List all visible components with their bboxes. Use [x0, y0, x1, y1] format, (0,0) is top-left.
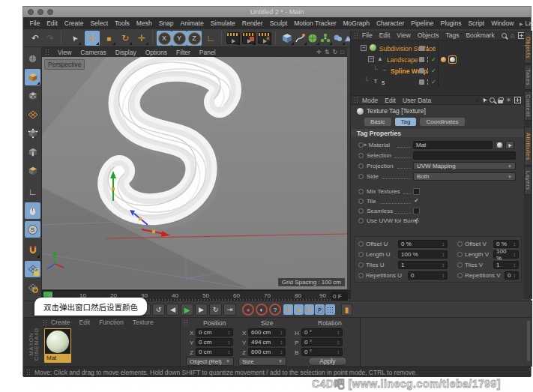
menu-mesh[interactable]: Mesh	[133, 19, 155, 27]
enabled-check-icon[interactable]: ✓	[431, 56, 436, 63]
anim-dot-icon[interactable]	[358, 241, 364, 247]
pos-y-field[interactable]: 0 cm↕	[196, 338, 233, 346]
enabled-check-icon[interactable]: ✓	[431, 45, 436, 52]
edges-mode-button[interactable]	[25, 144, 40, 160]
anim-dot-icon[interactable]	[358, 218, 364, 223]
menu-tools[interactable]: Tools	[112, 19, 133, 27]
redo-button[interactable]: ↷	[43, 31, 58, 46]
viewport-canvas[interactable]: Perspective Grid Spacing : 100 cm	[42, 57, 347, 289]
keyframe-selection-button[interactable]: ◐	[256, 304, 268, 316]
material-menu-edit[interactable]: Edit	[79, 319, 91, 326]
lock-z-axis-button[interactable]: Z	[187, 31, 202, 46]
move-tool-button[interactable]: ✛	[85, 31, 100, 46]
anim-dot-icon[interactable]	[358, 208, 364, 214]
material-menu-function[interactable]: Function	[99, 319, 124, 326]
viewport-menu-display[interactable]: Display	[111, 49, 141, 56]
current-frame-field[interactable]: 0 F	[331, 292, 348, 301]
tab-content[interactable]: Content	[524, 91, 532, 121]
anim-dot-icon[interactable]	[358, 262, 364, 268]
panel-grip-icon[interactable]	[354, 97, 359, 103]
panel-grip-icon[interactable]	[354, 32, 359, 39]
polygons-mode-button[interactable]	[25, 163, 40, 179]
play-button[interactable]: ▶	[181, 304, 193, 316]
panel-grip-icon[interactable]	[184, 319, 189, 326]
anim-dot-icon[interactable]	[358, 153, 364, 158]
keyframe-bar-button[interactable]: ▮	[341, 304, 352, 316]
points-mode-button[interactable]	[25, 125, 40, 142]
tab-layers[interactable]: Layers	[524, 166, 532, 195]
expand-icon[interactable]: ▸	[364, 142, 367, 148]
pan-view-icon[interactable]: ✛	[316, 49, 322, 55]
material-menu-texture[interactable]: Texture	[133, 319, 154, 326]
render-view-button[interactable]	[226, 31, 241, 46]
viewport-menu-filter[interactable]: Filter	[172, 49, 195, 56]
object-row-spline-wrap[interactable]: └ ~ Spline Wrap ✓	[351, 66, 524, 76]
coordinate-mode-select[interactable]: Object (Rel)▼	[186, 357, 234, 366]
menu-edit[interactable]: Edit	[43, 19, 61, 27]
visibility-toggles[interactable]	[427, 45, 429, 52]
layer-swatch[interactable]	[419, 79, 424, 85]
tab-attributes[interactable]: Attributes	[524, 127, 532, 166]
anim-dot-icon[interactable]	[457, 252, 463, 257]
collapse-icon[interactable]: −	[361, 45, 367, 51]
rot-h-field[interactable]: 0 °↕	[301, 328, 343, 337]
tab-basic[interactable]: Basic	[364, 118, 391, 126]
om-menu-file[interactable]: File	[362, 31, 373, 39]
menu-window[interactable]: Window	[488, 19, 517, 27]
history-back-icon[interactable]: ◀	[474, 97, 478, 103]
side-select[interactable]: Both▼	[413, 172, 516, 181]
loop-button[interactable]: ↻	[209, 304, 222, 316]
am-menu-user-data[interactable]: User Data	[403, 97, 431, 104]
visibility-toggles[interactable]	[427, 56, 429, 63]
tab-coordinates[interactable]: Coordinates	[420, 118, 464, 126]
texture-mode-button[interactable]	[25, 88, 40, 104]
panel-grip-icon[interactable]	[43, 319, 48, 326]
maximize-view-icon[interactable]: □	[340, 49, 344, 55]
menu-pipeline[interactable]: Pipeline	[408, 19, 437, 27]
menu-sculpt[interactable]: Sculpt	[266, 19, 291, 27]
size-mode-select[interactable]: Size▼	[238, 357, 286, 366]
material-pick-button[interactable]: ➤	[505, 141, 514, 149]
anim-dot-icon[interactable]	[358, 189, 364, 194]
tiles-v-field[interactable]: 1↕	[493, 261, 519, 269]
next-frame-button[interactable]: ▶	[195, 304, 208, 316]
pick-object-icon[interactable]: ➤	[480, 96, 488, 104]
goto-end-button[interactable]: ⇥	[223, 304, 236, 316]
menu-snap[interactable]: Snap	[155, 19, 177, 27]
panel-grip-icon[interactable]	[45, 49, 50, 55]
am-menu-edit[interactable]: Edit	[385, 97, 396, 104]
tab-tag[interactable]: Tag	[395, 118, 417, 126]
menu-mograph[interactable]: MoGraph	[340, 19, 373, 27]
viewport-menu-options[interactable]: Options	[141, 49, 172, 56]
pos-x-field[interactable]: 0 cm↕	[196, 328, 233, 337]
make-editable-button[interactable]	[25, 50, 40, 67]
magnet-snap-button[interactable]	[25, 242, 40, 259]
anim-dot-icon[interactable]	[457, 241, 463, 247]
repetitions-v-field[interactable]: 0↕	[505, 271, 519, 280]
gear-icon[interactable]: ✳	[506, 97, 511, 103]
lock-icon[interactable]	[498, 100, 503, 103]
om-menu-tags[interactable]: Tags	[445, 31, 459, 39]
menu-simulate[interactable]: Simulate	[207, 19, 238, 27]
anim-dot-icon[interactable]	[457, 273, 463, 278]
tile-checkbox[interactable]: ✓	[413, 198, 420, 205]
offset-u-field[interactable]: 0 %↕	[398, 240, 448, 248]
record-pla-toggle[interactable]	[325, 304, 335, 315]
enabled-check-icon[interactable]: ✓	[431, 79, 436, 85]
visibility-toggles[interactable]	[427, 79, 429, 85]
offset-v-field[interactable]: 0 %↕	[493, 240, 519, 248]
seamless-checkbox[interactable]	[413, 208, 420, 214]
om-menu-edit[interactable]: Edit	[379, 31, 391, 39]
object-row-text-spline[interactable]: └ T s ✓	[351, 77, 524, 87]
am-menu-mode[interactable]: Mode	[362, 97, 378, 104]
menu-plugins[interactable]: Plugins	[437, 19, 465, 27]
texture-tag-icon[interactable]	[448, 55, 457, 64]
size-z-field[interactable]: 600 cm↕	[248, 348, 286, 356]
repetitions-u-field[interactable]: 0↕	[408, 271, 448, 280]
menu-file[interactable]: File	[26, 19, 43, 27]
material-sphere-button[interactable]	[495, 141, 504, 149]
record-parameter-toggle[interactable]: Ⓟ	[315, 304, 325, 315]
layer-swatch[interactable]	[419, 57, 424, 62]
object-label[interactable]: Landscape	[387, 56, 418, 64]
undo-button[interactable]: ↶	[28, 31, 43, 46]
